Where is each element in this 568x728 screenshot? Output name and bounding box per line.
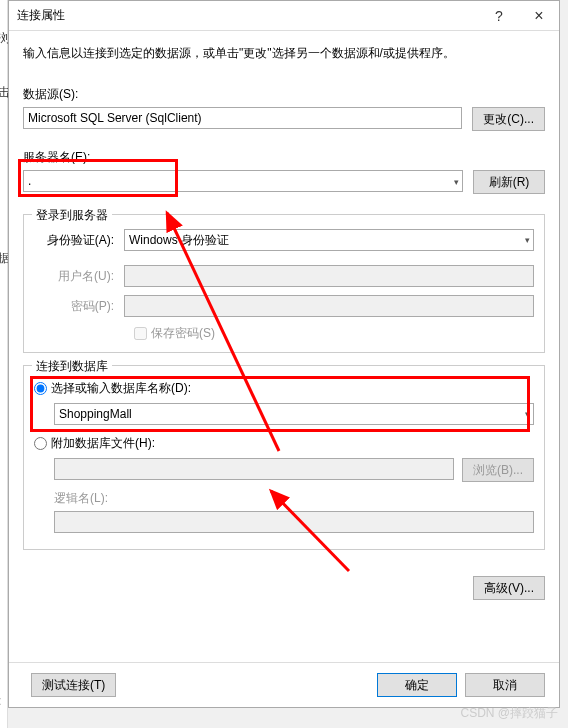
select-db-radio[interactable]: [34, 382, 47, 395]
attach-db-label: 附加数据库文件(H):: [51, 435, 155, 452]
test-connection-button[interactable]: 测试连接(T): [31, 673, 116, 697]
server-name-combo[interactable]: [23, 170, 463, 192]
datasource-label: 数据源(S):: [23, 86, 545, 103]
connection-properties-dialog: 连接属性 ? × 输入信息以连接到选定的数据源，或单击"更改"选择另一个数据源和…: [8, 0, 560, 708]
database-legend: 连接到数据库: [32, 358, 112, 375]
cancel-button[interactable]: 取消: [465, 673, 545, 697]
password-input: [124, 295, 534, 317]
refresh-button[interactable]: 刷新(R): [473, 170, 545, 194]
instruction-text: 输入信息以连接到选定的数据源，或单击"更改"选择另一个数据源和/或提供程序。: [23, 45, 545, 62]
background-edge: 浏 击 据 :: [0, 0, 8, 728]
close-button[interactable]: ×: [519, 1, 559, 31]
ok-button[interactable]: 确定: [377, 673, 457, 697]
select-db-label: 选择或输入数据库名称(D):: [51, 380, 191, 397]
password-label: 密码(P):: [34, 298, 124, 315]
attach-db-radio[interactable]: [34, 437, 47, 450]
attach-file-input: [54, 458, 454, 480]
change-button[interactable]: 更改(C)...: [472, 107, 545, 131]
login-fieldset: 登录到服务器 身份验证(A): Windows 身份验证 ▾ 用户名(U): 密…: [23, 214, 545, 353]
help-button[interactable]: ?: [479, 1, 519, 31]
username-label: 用户名(U):: [34, 268, 124, 285]
logical-name-label: 逻辑名(L):: [54, 491, 108, 505]
dialog-footer: 测试连接(T) 确定 取消: [9, 662, 559, 707]
server-label: 服务器名(E):: [23, 149, 545, 166]
datasource-input: [23, 107, 462, 129]
logical-name-input: [54, 511, 534, 533]
dialog-title: 连接属性: [17, 7, 479, 24]
auth-combo[interactable]: Windows 身份验证: [124, 229, 534, 251]
username-input: [124, 265, 534, 287]
login-legend: 登录到服务器: [32, 207, 112, 224]
browse-button: 浏览(B)...: [462, 458, 534, 482]
auth-label: 身份验证(A):: [34, 232, 124, 249]
database-fieldset: 连接到数据库 选择或输入数据库名称(D): ▾ 附加数据库文件(H): 浏览(B…: [23, 365, 545, 550]
advanced-button[interactable]: 高级(V)...: [473, 576, 545, 600]
watermark: CSDN @摔跤猫子: [460, 705, 558, 722]
save-password-checkbox: [134, 327, 147, 340]
database-name-combo[interactable]: [54, 403, 534, 425]
titlebar: 连接属性 ? ×: [9, 1, 559, 31]
save-password-label: 保存密码(S): [151, 325, 215, 342]
